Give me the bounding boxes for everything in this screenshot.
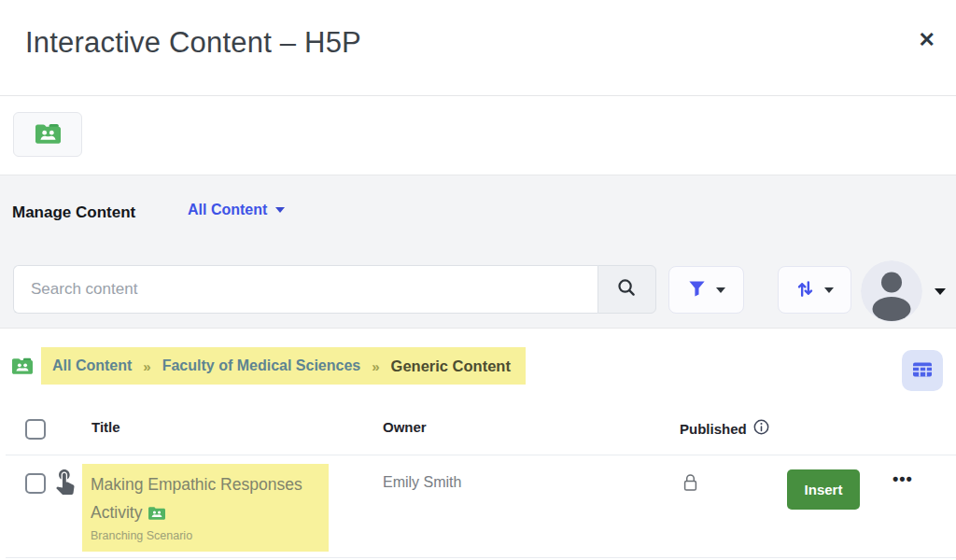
divider	[6, 557, 956, 558]
column-header-owner: Owner	[383, 419, 427, 435]
toolbar	[0, 97, 956, 175]
table-grid-icon	[912, 361, 933, 381]
lock-icon	[682, 472, 698, 497]
dialog-header: Interactive Content – H5P ✕	[0, 0, 956, 96]
sort-button[interactable]	[778, 266, 851, 314]
close-icon: ✕	[919, 28, 935, 51]
interactive-content-icon	[50, 466, 79, 498]
user-menu-button[interactable]	[861, 260, 947, 322]
select-all-checkbox[interactable]	[25, 419, 46, 440]
divider	[6, 455, 956, 455]
table-view-button[interactable]	[902, 350, 943, 391]
breadcrumb-separator: »	[143, 358, 150, 374]
content-title-block: Making Empathic Responses Activity Branc…	[82, 464, 329, 552]
breadcrumb-separator: »	[372, 358, 379, 374]
sort-arrows-icon	[795, 279, 815, 301]
breadcrumb-item-faculty[interactable]: Faculty of Medical Sciences	[162, 357, 361, 374]
search-icon	[616, 277, 638, 301]
content-scope-dropdown[interactable]: All Content	[188, 202, 285, 218]
column-header-published: Published	[680, 419, 769, 438]
avatar	[861, 260, 922, 322]
select-row-checkbox[interactable]	[25, 473, 46, 494]
breadcrumb-item-all-content[interactable]: All Content	[52, 357, 132, 374]
folder-users-icon	[35, 123, 61, 147]
close-button[interactable]: ✕	[919, 30, 935, 50]
chevron-down-icon	[824, 287, 834, 293]
chevron-down-icon	[935, 288, 946, 295]
insert-button[interactable]: Insert	[787, 469, 860, 510]
more-options-button[interactable]: •••	[893, 469, 913, 489]
search-button[interactable]	[598, 265, 656, 314]
filter-button[interactable]	[668, 266, 744, 314]
chevron-down-icon	[716, 287, 725, 293]
dialog-title: Interactive Content – H5P	[25, 26, 361, 60]
h5p-content-picker-dialog: Interactive Content – H5P ✕ Manage Conte…	[0, 0, 956, 560]
shared-folder-button[interactable]	[13, 112, 82, 157]
chevron-down-icon	[275, 207, 285, 213]
breadcrumb-item-current: Generic Content	[391, 357, 511, 375]
info-icon[interactable]	[753, 419, 769, 438]
search-group	[13, 265, 656, 314]
column-header-title: Title	[91, 419, 120, 435]
filters-panel: Manage Content All Content	[0, 175, 956, 329]
content-title-link[interactable]: Making Empathic Responses Activity	[91, 475, 302, 522]
content-scope-value: All Content	[188, 202, 267, 218]
folder-users-icon	[148, 506, 165, 524]
filter-funnel-icon	[687, 279, 707, 301]
breadcrumb: All Content » Faculty of Medical Science…	[41, 347, 526, 385]
content-type-label: Branching Scenario	[91, 529, 317, 542]
search-input[interactable]	[13, 265, 598, 314]
manage-content-label: Manage Content	[12, 203, 135, 222]
ellipsis-icon: •••	[893, 469, 913, 488]
folder-users-icon	[12, 357, 33, 378]
owner-name: Emily Smith	[383, 474, 461, 491]
